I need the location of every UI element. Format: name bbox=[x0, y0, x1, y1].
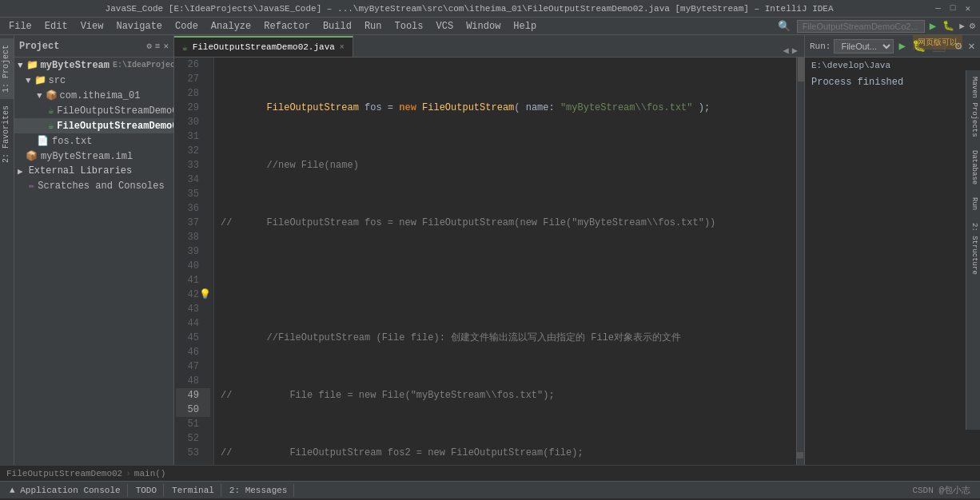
tree-item-fostxt[interactable]: 📄 fos.txt bbox=[14, 133, 173, 149]
tree-item-mybytestream[interactable]: ▼ 📁 myByteStream E:\IdeaProjects\Java bbox=[14, 58, 173, 73]
tab-fileoutputstreamdemo02[interactable]: ☕ FileOutputStreamDemo02.java × bbox=[174, 36, 353, 57]
debug-icon[interactable]: 🐛 bbox=[941, 20, 956, 32]
bottom-tab-terminal[interactable]: ▲ Application Console bbox=[3, 484, 128, 497]
tree-item-package[interactable]: ▼ 📦 com.itheima_01 bbox=[14, 88, 173, 103]
project-sidebar: Project ⚙ ≡ ✕ ▼ 📁 myByteStream E:\IdeaPr… bbox=[14, 35, 174, 465]
project-options-icon[interactable]: ⚙ bbox=[146, 41, 152, 51]
settings-icon[interactable]: ⚙ bbox=[968, 20, 977, 32]
run-green-icon[interactable]: ▶ bbox=[926, 19, 939, 33]
menu-analyze[interactable]: Analyze bbox=[205, 19, 257, 34]
watermark: 网页版可以 bbox=[913, 35, 962, 50]
menu-vcs[interactable]: VCS bbox=[431, 19, 460, 34]
run-tab-right[interactable]: Run bbox=[966, 191, 980, 216]
tab-label: FileOutputStreamDemo02.java bbox=[193, 42, 335, 52]
tab-close-icon[interactable]: × bbox=[340, 43, 345, 52]
search-everywhere-icon[interactable]: 🔍 bbox=[773, 20, 795, 33]
maximize-button[interactable]: □ bbox=[947, 3, 959, 14]
breadcrumb-method[interactable]: main() bbox=[134, 469, 166, 478]
code-line-29 bbox=[221, 273, 798, 288]
breadcrumb-bar: FileOutputStreamDemo02 › main() bbox=[0, 465, 980, 481]
right-side-tabs: Maven Projects Database Run 2: Structure bbox=[966, 70, 980, 430]
run-label: Run: bbox=[810, 42, 831, 51]
menu-view[interactable]: View bbox=[75, 19, 110, 34]
right-output-panel: Run: FileOut... ▶ 🐛 ⬛ ⚙ ✕ E:\develop\Jav… bbox=[804, 35, 980, 465]
bottom-tabs-bar: ▲ Application Console TODO Terminal 2: M… bbox=[0, 481, 980, 498]
line-gutter: 26 27 28 29 30 31 bbox=[174, 58, 214, 465]
close-button[interactable]: ✕ bbox=[962, 3, 974, 14]
project-title: Project bbox=[19, 41, 143, 52]
tree-item-iml[interactable]: 📦 myByteStream.iml bbox=[14, 149, 173, 164]
menu-build[interactable]: Build bbox=[317, 19, 357, 34]
project-header: Project ⚙ ≡ ✕ bbox=[14, 35, 173, 58]
editor-scrollbar[interactable] bbox=[796, 58, 804, 465]
menu-file[interactable]: File bbox=[3, 19, 38, 34]
breadcrumb-file[interactable]: FileOutputStreamDemo02 bbox=[6, 469, 122, 478]
menu-help[interactable]: Help bbox=[508, 19, 542, 34]
output-content: E:\develop\Java Process finished bbox=[805, 58, 980, 465]
output-path: E:\develop\Java bbox=[811, 61, 974, 70]
titlebar-controls: — □ ✕ bbox=[932, 3, 974, 14]
editor-tab-bar: ☕ FileOutputStreamDemo02.java × ◀ ▶ bbox=[174, 35, 804, 58]
editor-area: ☕ FileOutputStreamDemo02.java × ◀ ▶ 26 2… bbox=[174, 35, 804, 465]
bottom-tab-todo[interactable]: TODO bbox=[129, 484, 164, 497]
project-close-icon[interactable]: ✕ bbox=[163, 41, 169, 51]
run-coverage-icon[interactable]: ▶ bbox=[958, 21, 966, 31]
tree-item-src[interactable]: ▼ 📁 src bbox=[14, 73, 173, 88]
menu-refactor[interactable]: Refactor bbox=[258, 19, 316, 34]
menu-tools[interactable]: Tools bbox=[389, 19, 429, 34]
menu-navigate[interactable]: Navigate bbox=[110, 19, 168, 34]
database-tab[interactable]: Database bbox=[966, 144, 980, 191]
code-line-27: //new File(name) bbox=[221, 158, 798, 173]
output-finished: Process finished bbox=[811, 77, 974, 88]
tree-item-scratches[interactable]: ✏ Scratches and Consoles bbox=[14, 178, 173, 193]
menubar: File Edit View Navigate Code Analyze Ref… bbox=[0, 18, 980, 35]
run-config-dropdown[interactable]: FileOut... bbox=[834, 39, 894, 54]
maven-projects-tab[interactable]: Maven Projects bbox=[966, 70, 980, 144]
left-sidebar-tabs: 1: Project 2: Favorites bbox=[0, 35, 14, 465]
menu-code[interactable]: Code bbox=[169, 19, 204, 34]
titlebar: JavaSE_Code [E:\IdeaProjects\JavaSE_Code… bbox=[0, 0, 980, 18]
tree-item-external-libs[interactable]: ▶ External Libraries bbox=[14, 164, 173, 178]
code-line-32: // FileOutputStream fos2 = new FileOutpu… bbox=[221, 446, 798, 460]
breadcrumb-separator: › bbox=[125, 469, 131, 478]
close-output-btn[interactable]: ✕ bbox=[966, 39, 976, 53]
code-line-30: //FileOutputStream (File file): 创建文件输出流以… bbox=[221, 331, 798, 345]
menu-edit[interactable]: Edit bbox=[39, 19, 74, 34]
minimize-button[interactable]: — bbox=[932, 3, 944, 14]
tree-item-demo02[interactable]: ☕ FileOutputStreamDemo02 bbox=[14, 118, 173, 133]
code-editor: 26 27 28 29 30 31 bbox=[174, 58, 804, 465]
tree-item-demo01[interactable]: ☕ FileOutputStreamDemo01 bbox=[14, 103, 173, 118]
titlebar-title: JavaSE_Code [E:\IdeaProjects\JavaSE_Code… bbox=[6, 4, 932, 14]
project-tab[interactable]: 1: Project bbox=[0, 38, 14, 99]
bottom-tab-messages[interactable]: 2: Messages bbox=[223, 484, 295, 497]
structure-tab[interactable]: 2: Structure bbox=[966, 216, 980, 281]
scroll-left-icon[interactable]: ◀ bbox=[783, 45, 789, 57]
search-input[interactable] bbox=[797, 20, 925, 33]
csdn-watermark: CSDN @包小志 bbox=[906, 484, 977, 496]
project-tree: ▼ 📁 myByteStream E:\IdeaProjects\Java ▼ … bbox=[14, 58, 173, 465]
code-line-26: FileOutputStream fos = new FileOutputStr… bbox=[221, 101, 798, 115]
code-line-28: // FileOutputStream fos = new FileOutput… bbox=[221, 216, 798, 230]
menu-window[interactable]: Window bbox=[460, 19, 506, 34]
code-line-31: // File file = new File("myByteStream\\f… bbox=[221, 388, 798, 403]
scroll-right-icon[interactable]: ▶ bbox=[792, 45, 798, 57]
code-content[interactable]: FileOutputStream fos = new FileOutputStr… bbox=[214, 58, 804, 465]
favorites-tab[interactable]: 2: Favorites bbox=[0, 99, 14, 169]
project-expand-icon[interactable]: ≡ bbox=[155, 42, 161, 51]
bottom-tab-terminal2[interactable]: Terminal bbox=[165, 484, 221, 497]
run-green-btn[interactable]: ▶ bbox=[897, 39, 906, 53]
menu-run[interactable]: Run bbox=[359, 19, 388, 34]
